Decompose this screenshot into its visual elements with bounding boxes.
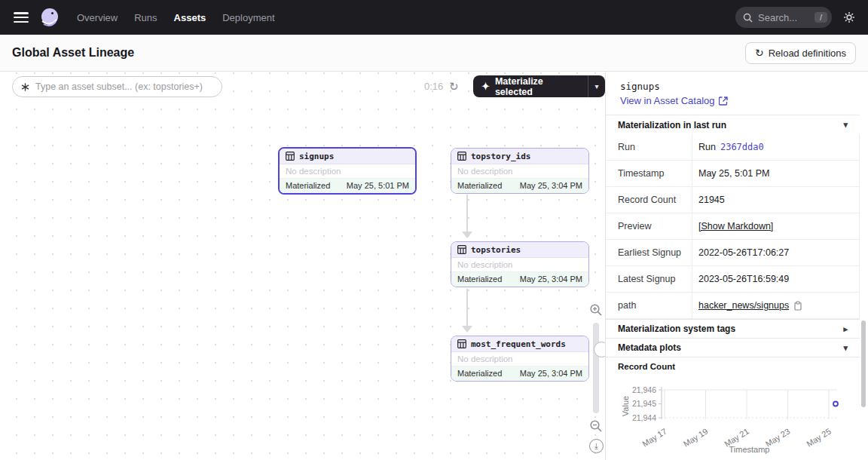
table-icon (457, 245, 466, 254)
panel-scrollbar[interactable] (861, 320, 866, 407)
svg-text:Value: Value (621, 396, 630, 416)
zoom-slider-track[interactable] (593, 323, 599, 413)
node-status: Materialized (457, 274, 502, 284)
svg-text:Timestamp: Timestamp (729, 445, 770, 454)
node-status: Materialized (286, 181, 330, 191)
table-row: Timestamp May 25, 5:01 PM (606, 161, 860, 187)
fit-arrow-icon: ⤓ (594, 441, 598, 451)
nav-runs[interactable]: Runs (134, 12, 157, 23)
sparkle-icon: ✦ (481, 81, 490, 91)
refresh-icon: ↻ (755, 48, 764, 58)
main-content: Type an asset subset... (ex: topstories+… (0, 72, 868, 460)
node-timestamp: May 25, 3:04 PM (520, 181, 582, 191)
svg-text:21,944: 21,944 (632, 413, 656, 422)
dagster-logo-icon[interactable] (39, 7, 60, 28)
page-title: Global Asset Lineage (12, 46, 134, 60)
nav-deployment[interactable]: Deployment (222, 12, 274, 23)
asset-node-signups[interactable]: signups No description Materialized May … (278, 147, 417, 195)
node-description: No description (451, 164, 588, 179)
nav-overview[interactable]: Overview (77, 12, 118, 23)
chevron-down-icon: ▾ (843, 120, 848, 130)
search-icon (743, 13, 753, 23)
run-id-link[interactable]: 2367dda0 (720, 142, 764, 152)
zoom-out-icon[interactable] (589, 419, 603, 433)
table-row: Preview [Show Markdown] (606, 213, 860, 240)
nav-assets[interactable]: Assets (174, 12, 206, 23)
op-selector-icon (20, 82, 30, 92)
plot-title: Record Count (618, 362, 675, 371)
asset-node-topstory-ids[interactable]: topstory_ids No description Materialized… (451, 148, 589, 194)
zoom-in-icon[interactable] (589, 303, 603, 317)
path-link[interactable]: hacker_news/signups (698, 300, 789, 311)
table-row: Earliest Signup 2022-05-26T17:06:27 (606, 240, 860, 266)
materialize-dropdown-caret[interactable]: ▾ (588, 75, 605, 97)
svg-text:May 25: May 25 (805, 427, 833, 449)
zoom-slider-handle[interactable] (594, 342, 605, 357)
asset-input-placeholder: Type an asset subset... (ex: topstories+… (35, 81, 203, 92)
section-metadata-plots[interactable]: Metadata plots ▾ (606, 338, 860, 357)
nav-links: Overview Runs Assets Deployment (77, 12, 275, 23)
show-markdown-link[interactable]: [Show Markdown] (698, 221, 773, 232)
table-row: Run Run 2367dda0 (606, 134, 860, 161)
asset-details-panel: signups View in Asset Catalog Materializ… (605, 72, 868, 460)
asset-subset-input[interactable]: Type an asset subset... (ex: topstories+… (12, 76, 222, 97)
edge-topstories-to-most-frequent-words (462, 289, 472, 333)
chevron-down-icon: ▾ (843, 343, 848, 353)
refresh-timer: 0:16 (424, 76, 443, 97)
node-description: No description (280, 164, 415, 179)
node-status: Materialized (457, 369, 502, 379)
table-row: Record Count 21945 (606, 187, 860, 213)
menu-icon[interactable] (14, 12, 29, 23)
search-input[interactable]: Search... / (735, 7, 832, 28)
section-materialization-system-tags[interactable]: Materialization system tags ▸ (606, 319, 860, 338)
table-icon (286, 152, 295, 161)
recenter-graph-button[interactable]: ⤓ (589, 439, 604, 453)
table-row: Latest Signup 2023-05-26T16:59:49 (606, 266, 860, 293)
node-description: No description (451, 258, 588, 272)
refresh-graph-icon[interactable]: ↻ (449, 76, 459, 97)
metadata-table: Run Run 2367dda0 Timestamp May 25, 5:01 … (606, 134, 860, 319)
top-nav: Overview Runs Assets Deployment Search..… (0, 0, 868, 35)
asset-graph-canvas[interactable]: Type an asset subset... (ex: topstories+… (0, 72, 605, 460)
page-header: Global Asset Lineage ↻ Reload definition… (0, 35, 868, 72)
table-icon (457, 152, 466, 161)
node-timestamp: May 25, 3:04 PM (520, 274, 582, 284)
section-materialization-last-run[interactable]: Materialization in last run ▾ (606, 115, 860, 134)
asset-node-topstories[interactable]: topstories No description Materialized M… (451, 241, 589, 287)
node-description: No description (451, 352, 588, 366)
search-shortcut-badge: / (815, 12, 827, 23)
record-count-chart: May 17May 19May 21May 23May 2521,94421,9… (606, 372, 862, 458)
search-placeholder: Search... (758, 12, 815, 23)
svg-text:May 17: May 17 (640, 427, 668, 449)
table-row: path hacker_news/signups (606, 293, 860, 319)
settings-gear-icon[interactable] (842, 11, 856, 24)
node-timestamp: May 25, 3:04 PM (520, 369, 582, 379)
external-link-icon (719, 97, 728, 106)
table-icon (457, 339, 466, 348)
svg-text:May 19: May 19 (682, 427, 710, 449)
svg-text:21,946: 21,946 (632, 385, 656, 394)
node-status: Materialized (457, 181, 502, 191)
edge-topstory-ids-to-topstories (462, 195, 472, 238)
materialize-selected-button[interactable]: ✦ Materialize selected ▾ (473, 75, 605, 97)
asset-node-most-frequent-words[interactable]: most_frequent_words No description Mater… (451, 336, 589, 382)
node-timestamp: May 25, 5:01 PM (347, 181, 409, 191)
copy-clipboard-icon[interactable] (793, 301, 802, 311)
data-point (833, 402, 838, 406)
reload-definitions-button[interactable]: ↻ Reload definitions (745, 42, 856, 64)
chevron-right-icon: ▸ (843, 324, 848, 334)
panel-asset-name: signups (620, 81, 660, 92)
view-in-asset-catalog-link[interactable]: View in Asset Catalog (620, 95, 728, 106)
svg-text:21,945: 21,945 (632, 399, 656, 408)
